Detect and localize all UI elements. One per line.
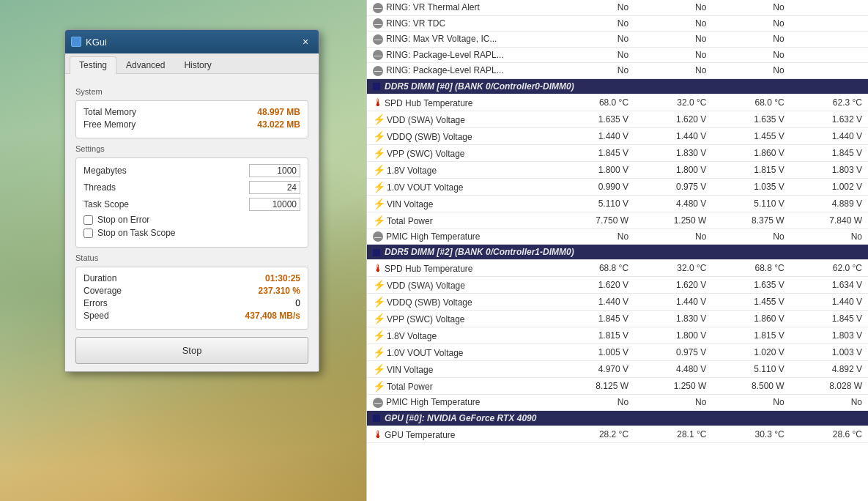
volt-icon: ⚡ xyxy=(373,313,385,324)
table-row: GPU [#0]: NVIDIA GeForce RTX 4090 xyxy=(367,410,868,426)
tab-bar: Testing Advanced History xyxy=(65,53,319,74)
stop-on-task-scope-checkbox[interactable] xyxy=(84,229,93,238)
sensor-name: ⚡VPP (SWC) Voltage xyxy=(367,311,557,327)
sensor-value-3: 1.250 W xyxy=(634,378,712,395)
task-scope-row: Task Scope xyxy=(84,198,300,211)
free-memory-label: Free Memory xyxy=(84,119,136,130)
sensor-name: —RING: Max VR Voltage, IC... xyxy=(367,31,557,48)
threads-input[interactable] xyxy=(249,181,300,194)
sensor-value-3: No xyxy=(634,31,712,48)
tab-testing[interactable]: Testing xyxy=(70,56,116,74)
sensor-value-5: 28.6 °C xyxy=(790,426,868,442)
sensor-value-5: 62.0 °C xyxy=(790,260,868,277)
volt-icon: ⚡ xyxy=(373,198,385,209)
sensor-value-4: 8.375 W xyxy=(712,212,790,229)
sensor-value-3: 1.800 V xyxy=(634,161,712,178)
sensor-table: —RING: VR Thermal AlertNoNoNo—RING: VR T… xyxy=(367,0,868,443)
settings-section-box: Megabytes Threads Task Scope Stop on Err… xyxy=(75,157,308,248)
duration-label: Duration xyxy=(84,273,116,283)
table-row: ⚡1.8V Voltage1.815 V1.800 V1.815 V1.803 … xyxy=(367,327,868,344)
system-section-box: Total Memory 48.997 MB Free Memory 43.02… xyxy=(75,100,308,138)
total-memory-value: 48.997 MB xyxy=(257,107,300,117)
table-row: 🌡SPD Hub Temperature68.0 °C32.0 °C68.0 °… xyxy=(367,94,868,111)
sensor-name: ⚡VPP (SWC) Voltage xyxy=(367,144,557,161)
sensor-value-3: 0.975 V xyxy=(634,344,712,361)
task-scope-input[interactable] xyxy=(249,198,300,211)
stop-on-task-scope-label[interactable]: Stop on Task Scope xyxy=(97,228,176,238)
sensor-value-3: 32.0 °C xyxy=(634,260,712,277)
errors-value: 0 xyxy=(295,298,300,308)
sensor-value-4: 1.860 V xyxy=(712,311,790,327)
minus-icon: — xyxy=(373,50,383,60)
stop-button[interactable]: Stop xyxy=(75,337,308,364)
sensor-name: —PMIC High Temperature xyxy=(367,395,557,411)
table-row: —RING: VR TDCNoNoNo xyxy=(367,15,868,31)
temp-icon: 🌡 xyxy=(373,428,383,440)
sensor-value-5: 1.803 V xyxy=(790,161,868,178)
sensor-value-5: 1.632 V xyxy=(790,111,868,127)
megabytes-input[interactable] xyxy=(249,164,300,177)
total-memory-row: Total Memory 48.997 MB xyxy=(84,107,300,117)
megabytes-row: Megabytes xyxy=(84,164,300,177)
table-row: ⚡VDDQ (SWB) Voltage1.440 V1.440 V1.455 V… xyxy=(367,294,868,311)
table-row: ⚡1.8V Voltage1.800 V1.800 V1.815 V1.803 … xyxy=(367,161,868,178)
table-row: 🌡GPU Temperature28.2 °C28.1 °C30.3 °C28.… xyxy=(367,426,868,442)
stop-on-error-checkbox[interactable] xyxy=(84,215,93,225)
table-row: 🌡SPD Hub Temperature68.8 °C32.0 °C68.8 °… xyxy=(367,260,868,277)
speed-row: Speed 437,408 MB/s xyxy=(84,311,300,321)
errors-row: Errors 0 xyxy=(84,298,300,308)
sensor-value-5: 1.803 V xyxy=(790,327,868,344)
sensor-value-5: No xyxy=(790,229,868,245)
sensor-value-3: 0.975 V xyxy=(634,178,712,195)
sensor-value-3: No xyxy=(634,395,712,411)
close-button[interactable]: × xyxy=(298,34,313,49)
sensor-value-5 xyxy=(790,15,868,31)
sensor-value-2: 1.800 V xyxy=(557,161,634,178)
table-row: —RING: Max VR Voltage, IC...NoNoNo xyxy=(367,31,868,48)
free-memory-row: Free Memory 43.022 MB xyxy=(84,119,300,130)
window-content: System Total Memory 48.997 MB Free Memor… xyxy=(65,74,319,371)
sensor-value-5: 8.028 W xyxy=(790,378,868,395)
sensor-value-2: 1.635 V xyxy=(557,111,634,127)
sensor-value-4: 1.635 V xyxy=(712,111,790,127)
window-title: KGui xyxy=(86,37,107,48)
sensor-name: —PMIC High Temperature xyxy=(367,229,557,245)
minus-icon: — xyxy=(373,231,383,242)
sensor-value-4: No xyxy=(712,229,790,245)
sensor-value-2: 7.750 W xyxy=(557,212,634,229)
sensor-value-4: No xyxy=(712,47,790,63)
sensor-value-5 xyxy=(790,47,868,63)
sensor-value-3: No xyxy=(634,63,712,79)
table-row: ⚡1.0V VOUT Voltage0.990 V0.975 V1.035 V1… xyxy=(367,178,868,195)
sensor-value-3: 4.480 V xyxy=(634,195,712,212)
sensor-value-4: No xyxy=(712,15,790,31)
sensor-value-4: 8.500 W xyxy=(712,378,790,395)
sensor-value-4: 1.020 V xyxy=(712,344,790,361)
sensor-value-4: 68.0 °C xyxy=(712,94,790,111)
stop-on-error-label[interactable]: Stop on Error xyxy=(97,215,149,225)
volt-icon: ⚡ xyxy=(373,114,385,125)
sensor-name: ⚡VIN Voltage xyxy=(367,361,557,378)
sensor-value-5: 4.889 V xyxy=(790,195,868,212)
stop-on-task-scope-row: Stop on Task Scope xyxy=(84,228,300,238)
sensor-value-2: No xyxy=(557,15,634,31)
sensor-name: ⚡Total Power xyxy=(367,212,557,229)
sensor-name: ⚡VDDQ (SWB) Voltage xyxy=(367,127,557,144)
group-icon xyxy=(373,415,380,422)
sensor-value-4: No xyxy=(712,31,790,48)
tab-history[interactable]: History xyxy=(174,56,220,73)
speed-value: 437,408 MB/s xyxy=(245,311,300,321)
sensor-panel: —RING: VR Thermal AlertNoNoNo—RING: VR T… xyxy=(366,0,868,501)
sensor-value-4: 1.035 V xyxy=(712,178,790,195)
sensor-value-4: 1.815 V xyxy=(712,161,790,178)
tab-advanced[interactable]: Advanced xyxy=(116,56,174,73)
power-icon: ⚡ xyxy=(373,215,385,226)
sensor-value-4: 5.110 V xyxy=(712,195,790,212)
sensor-value-2: 68.8 °C xyxy=(557,260,634,277)
volt-icon: ⚡ xyxy=(373,147,385,159)
title-bar-left: KGui xyxy=(71,37,107,48)
system-section-label: System xyxy=(75,87,308,96)
sensor-value-2: 1.440 V xyxy=(557,127,634,144)
sensor-value-5: 1.002 V xyxy=(790,178,868,195)
sensor-name: —RING: VR TDC xyxy=(367,15,557,31)
